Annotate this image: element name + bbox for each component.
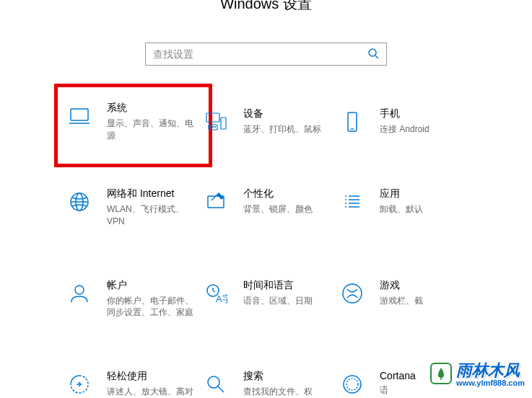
tile-system[interactable]: 系统 显示、声音、通知、电源 <box>54 84 212 167</box>
tile-ease-of-access[interactable]: 轻松使用 讲述人、放大镜、高对比度 <box>65 364 201 398</box>
tile-desc: 卸载、默认 <box>380 203 474 216</box>
svg-point-7 <box>211 127 212 128</box>
tile-title: 帐户 <box>107 279 201 292</box>
svg-line-1 <box>375 56 378 58</box>
tile-desc: 连接 Android <box>380 123 474 136</box>
search-icon <box>367 48 379 61</box>
tile-desc: WLAN、飞行模式、VPN <box>107 203 201 228</box>
tile-title: 系统 <box>107 102 201 115</box>
svg-rect-10 <box>348 112 357 131</box>
tile-devices[interactable]: 设备 蓝牙、打印机、鼠标 <box>201 102 338 142</box>
svg-point-9 <box>215 127 216 128</box>
watermark: 雨林木风 www.ylmf888.com <box>430 360 525 387</box>
svg-rect-6 <box>221 118 226 129</box>
svg-line-32 <box>218 386 224 392</box>
apps-icon <box>338 187 367 216</box>
cortana-icon <box>338 370 367 398</box>
svg-point-31 <box>208 376 219 388</box>
tile-personalization[interactable]: 个性化 背景、锁屏、颜色 <box>201 182 338 234</box>
gaming-icon <box>338 279 367 308</box>
watermark-logo-icon <box>430 363 452 384</box>
tile-title: 轻松使用 <box>107 370 201 383</box>
search-input[interactable] <box>153 48 367 60</box>
network-icon <box>65 187 94 216</box>
time-language-icon: A字 <box>201 279 230 308</box>
watermark-brand: 雨林木风 <box>456 361 520 379</box>
tile-desc: 语音、区域、日期 <box>243 295 338 307</box>
tile-title: 应用 <box>380 187 474 200</box>
svg-point-25 <box>75 286 84 294</box>
tile-title: 搜索 <box>243 370 338 383</box>
watermark-url: www.ylmf888.com <box>456 379 525 387</box>
svg-point-34 <box>346 379 358 390</box>
ease-icon <box>65 370 94 398</box>
page-title: Windows 设置 <box>0 0 532 14</box>
svg-line-28 <box>213 291 215 292</box>
search-box[interactable] <box>145 43 387 66</box>
tile-phone[interactable]: 手机 连接 Android <box>338 102 474 142</box>
tile-accounts[interactable]: 帐户 你的帐户、电子邮件、同步设置、工作、家庭 <box>65 273 201 325</box>
tile-title: 游戏 <box>380 279 474 292</box>
tile-gaming[interactable]: 游戏 游戏栏、截 <box>338 273 474 325</box>
svg-rect-2 <box>71 109 88 120</box>
devices-icon <box>201 107 230 136</box>
tile-desc: 游戏栏、截 <box>380 295 474 307</box>
tile-desc: 背景、锁屏、颜色 <box>243 203 338 216</box>
tile-title: 时间和语言 <box>243 279 338 292</box>
tile-desc: 蓝牙、打印机、鼠标 <box>243 123 338 136</box>
svg-text:A字: A字 <box>216 293 227 304</box>
personalization-icon <box>201 187 230 216</box>
svg-rect-4 <box>206 113 219 122</box>
tile-desc: 查找我的文件、权 <box>243 386 338 398</box>
svg-point-8 <box>213 127 214 128</box>
phone-icon <box>338 107 367 136</box>
tile-desc: 讲述人、放大镜、高对比度 <box>107 386 201 398</box>
tile-desc: 你的帐户、电子邮件、同步设置、工作、家庭 <box>107 295 201 319</box>
search-tile-icon <box>201 370 230 398</box>
tile-search[interactable]: 搜索 查找我的文件、权 <box>201 364 338 398</box>
svg-point-0 <box>369 49 376 56</box>
tile-desc: 显示、声音、通知、电源 <box>107 118 201 142</box>
svg-line-16 <box>212 195 217 200</box>
tile-title: 个性化 <box>243 187 338 200</box>
svg-point-30 <box>343 284 362 303</box>
tile-network[interactable]: 网络和 Internet WLAN、飞行模式、VPN <box>65 182 201 234</box>
tile-title: 设备 <box>243 107 338 120</box>
tile-apps[interactable]: 应用 卸载、默认 <box>338 182 474 234</box>
tile-time-language[interactable]: A字 时间和语言 语音、区域、日期 <box>201 273 338 325</box>
tile-title: 手机 <box>380 107 474 120</box>
tile-title: 网络和 Internet <box>107 187 201 200</box>
system-icon <box>65 102 94 131</box>
accounts-icon <box>65 279 94 308</box>
